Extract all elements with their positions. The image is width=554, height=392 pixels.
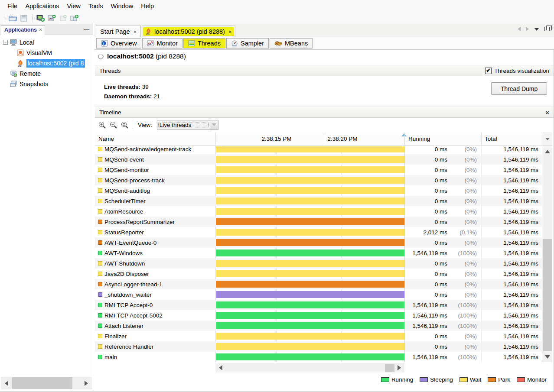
chevron-down-icon[interactable] <box>210 120 218 130</box>
thread-dump-button[interactable]: Thread Dump <box>491 82 547 95</box>
scroll-right-icon[interactable] <box>398 365 401 370</box>
thread-state-bar <box>216 208 404 215</box>
scrollbar-thumb[interactable] <box>385 364 394 372</box>
tab-sampler[interactable]: Sampler <box>226 38 269 49</box>
thread-row[interactable]: ProcessReportSummarizer0 ms(0%)1,546,119… <box>95 217 542 227</box>
menu-window[interactable]: Window <box>107 1 137 11</box>
thread-state-square <box>98 303 102 307</box>
table-vertical-scrollbar[interactable] <box>542 146 552 362</box>
thread-row[interactable]: Reference Handler0 ms(0%)1,546,119 ms <box>95 341 542 352</box>
applications-tab[interactable]: Applications× <box>1 25 45 35</box>
menu-view[interactable]: View <box>63 1 85 11</box>
thread-row[interactable]: AWT-Windows1,546,119 ms(100%)1,546,119 m… <box>95 248 542 258</box>
menu-tools[interactable]: Tools <box>85 1 107 11</box>
thread-row[interactable]: MQSend-acknowledgement-track0 ms(0%)1,54… <box>95 146 542 154</box>
tab-start-page[interactable]: Start Page × <box>96 26 141 37</box>
close-icon[interactable]: × <box>134 29 137 35</box>
checkbox-checked-icon[interactable]: ✔ <box>485 68 492 74</box>
load-snapshot-icon[interactable] <box>8 14 17 23</box>
column-chooser-button[interactable] <box>542 132 552 146</box>
thread-state-bar <box>216 353 404 360</box>
scroll-left-icon[interactable] <box>5 381 8 386</box>
fit-to-window-icon[interactable] <box>121 121 129 129</box>
running-percent: (100%) <box>454 302 481 308</box>
menu-applications[interactable]: Applications <box>21 1 63 11</box>
thread-row[interactable]: AtomResource0 ms(0%)1,546,119 ms <box>95 206 542 217</box>
tab-monitor[interactable]: Monitor <box>142 38 182 49</box>
column-header-total[interactable]: Total <box>485 136 497 142</box>
save-snapshot-icon[interactable] <box>20 14 28 23</box>
thread-total-cell: 1,546,119 ms <box>481 206 542 217</box>
thread-row[interactable]: main1,546,119 ms(100%)1,546,119 ms <box>95 352 542 362</box>
thread-state-square <box>98 220 102 224</box>
add-application-icon[interactable] <box>36 14 45 23</box>
sort-ascending-icon[interactable] <box>401 133 407 136</box>
scroll-tabs-left-icon[interactable] <box>518 27 521 31</box>
view-dropdown[interactable]: Live threads <box>157 120 218 130</box>
running-percent: (100%) <box>454 312 481 319</box>
close-icon[interactable]: × <box>545 109 549 116</box>
thread-row[interactable]: Finalizer0 ms(0%)1,546,119 ms <box>95 331 542 341</box>
threads-section-label: Threads <box>99 68 121 74</box>
tree-item-remote[interactable]: Remote <box>0 68 41 78</box>
thread-row[interactable]: Attach Listener1,546,119 ms(100%)1,546,1… <box>95 321 542 331</box>
scroll-left-icon[interactable] <box>219 365 222 370</box>
menu-file[interactable]: File <box>3 1 21 11</box>
thread-row[interactable]: AWT-EventQueue-00 ms(0%)1,546,119 ms <box>95 237 542 248</box>
running-value: 2,012 ms <box>404 229 454 236</box>
minimize-icon[interactable]: — <box>84 26 89 32</box>
sidebar-horizontal-scrollbar[interactable] <box>1 377 92 389</box>
take-snapshot-icon[interactable] <box>59 14 68 23</box>
thread-row[interactable]: RMI TCP Accept-01,546,119 ms(100%)1,546,… <box>95 300 542 310</box>
tab-localhost-5002[interactable]: JMX localhost:5002 (pid 8288) × <box>142 26 235 37</box>
thread-row[interactable]: Java2D Disposer0 ms(0%)1,546,119 ms <box>95 269 542 279</box>
close-icon[interactable]: × <box>228 29 232 35</box>
thread-row[interactable]: MQSend-event0 ms(0%)1,546,119 ms <box>95 154 542 165</box>
thread-row[interactable]: _shutdown_waiter0 ms(0%)1,546,119 ms <box>95 289 542 300</box>
thread-state-bar <box>216 146 404 152</box>
scroll-up-icon[interactable] <box>545 150 550 153</box>
live-threads-line: Live threads: 39 <box>104 82 160 92</box>
thread-name: AtomResource <box>104 208 143 215</box>
zoom-in-icon[interactable] <box>98 121 106 129</box>
tab-mbeans[interactable]: MBeans <box>270 38 313 49</box>
tree-item-local[interactable]: − Local <box>0 37 34 47</box>
svg-text:JMX: JMX <box>18 65 22 67</box>
thread-row[interactable]: MQSend-process-track0 ms(0%)1,546,119 ms <box>95 175 542 185</box>
tab-list-icon[interactable] <box>534 28 539 31</box>
scrollbar-thumb[interactable] <box>12 377 72 389</box>
menu-help[interactable]: Help <box>137 1 158 11</box>
close-icon[interactable]: × <box>39 27 42 33</box>
tree-item-localhost-5002[interactable]: JMX localhost:5002 (pid 8 <box>0 58 93 68</box>
scroll-right-icon[interactable] <box>85 381 88 386</box>
thread-row[interactable]: StatusReporter2,012 ms(0.1%)1,546,119 ms <box>95 227 542 237</box>
column-header-name[interactable]: Name <box>98 136 114 142</box>
collapse-icon[interactable]: − <box>3 40 8 45</box>
thread-row[interactable]: RMI TCP Accept-50021,546,119 ms(100%)1,5… <box>95 310 542 321</box>
scrollbar-thumb[interactable] <box>543 239 552 351</box>
highlight-marker: JMX localhost:5002 (pid 8288) × <box>143 27 234 36</box>
tab-threads[interactable]: Threads <box>183 38 225 49</box>
scroll-tabs-right-icon[interactable] <box>526 27 529 31</box>
tab-overview[interactable]: i Overview <box>96 38 141 49</box>
thread-running-cell: 0 ms(0%) <box>404 175 481 185</box>
running-percent: (0%) <box>454 271 481 277</box>
thread-name-cell: main <box>95 352 215 362</box>
compare-snapshots-icon[interactable] <box>70 14 79 23</box>
thread-row[interactable]: MQSend-auditlog0 ms(0%)1,546,119 ms <box>95 185 542 196</box>
column-header-running[interactable]: Running <box>408 136 430 142</box>
thread-name-cell: MQSend-process-track <box>95 175 215 185</box>
zoom-out-icon[interactable] <box>109 121 117 129</box>
threads-visualization-toggle[interactable]: ✔ Threads visualization <box>485 68 549 74</box>
thread-row[interactable]: AsyncLogger-thread-10 ms(0%)1,546,119 ms <box>95 279 542 289</box>
scroll-down-icon[interactable] <box>545 355 550 359</box>
maximize-window-icon[interactable] <box>544 27 550 31</box>
thread-row[interactable]: MQSend-monitor0 ms(0%)1,546,119 ms <box>95 165 542 175</box>
add-jmx-connection-icon[interactable]: JMX <box>48 14 56 23</box>
tree-item-snapshots[interactable]: Snapshots <box>0 79 48 89</box>
thread-row[interactable]: SchedulerTimer0 ms(0%)1,546,119 ms <box>95 196 542 206</box>
tree-item-visualvm[interactable]: VisualVM <box>0 48 52 58</box>
thread-row[interactable]: AWT-Shutdown0 ms(0%)1,546,119 ms <box>95 258 542 269</box>
thread-state-bar <box>216 177 404 184</box>
timeline-horizontal-scrollbar[interactable] <box>215 363 404 373</box>
